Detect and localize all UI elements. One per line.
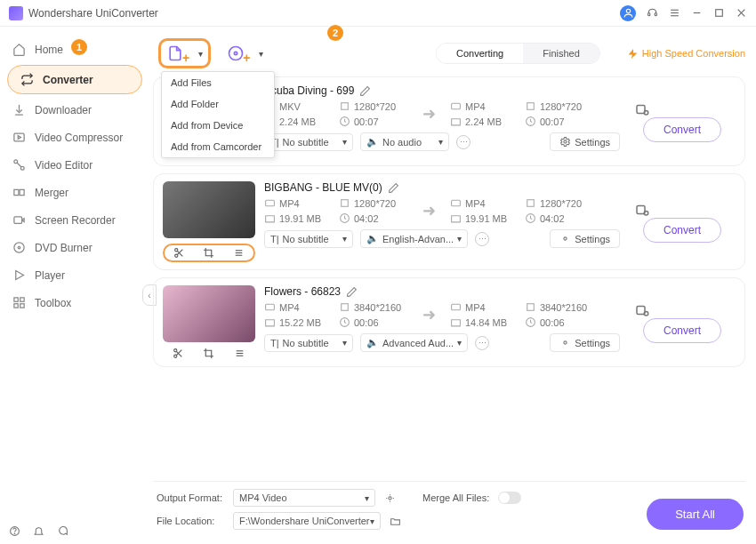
file-title: BIGBANG - BLUE MV(0) [264,181,382,194]
svg-rect-54 [266,200,275,206]
svg-marker-30 [628,49,637,59]
trim-icon[interactable] [173,247,185,259]
output-settings-icon[interactable] [384,492,396,504]
file-card: Flowers - 66823 MP43840*2160 15.22 MB00:… [153,277,745,367]
add-files-button[interactable]: + ▾ Add Files Add Folder Add from Device… [158,38,211,68]
open-folder-icon[interactable] [390,516,401,527]
dst-resolution: 1280*720 [540,101,582,112]
feedback-icon[interactable] [57,525,68,537]
sidebar-item-editor[interactable]: Video Editor [0,151,149,179]
svg-rect-73 [452,304,461,310]
sidebar: 1 Home Converter Downloader Video Compre… [0,27,149,544]
sidebar-item-label: Downloader [35,104,92,116]
notification-icon[interactable] [33,525,44,537]
sidebar-item-recorder[interactable]: Screen Recorder [0,206,149,234]
tabs: Converting Finished [436,43,600,64]
help-icon[interactable] [9,525,20,537]
step-badge-1: 1 [71,39,87,55]
arrow-icon: ➜ [417,104,441,124]
start-all-button[interactable]: Start All [647,499,744,530]
settings-button[interactable]: Settings [550,333,620,352]
svg-line-14 [17,163,21,167]
arrow-icon: ➜ [417,305,441,324]
svg-point-62 [644,211,648,215]
sidebar-item-dvd[interactable]: DVD Burner [0,234,149,261]
rename-icon[interactable] [359,85,371,97]
output-format-select[interactable]: MP4 Video▾ [233,489,375,507]
subtitle-select[interactable]: T| No subtitle▾ [264,133,353,151]
plus-icon: + [182,51,189,65]
chevron-down-icon: ▾ [259,49,263,59]
tab-finished[interactable]: Finished [523,44,599,63]
convert-button[interactable]: Convert [643,218,721,243]
tab-converting[interactable]: Converting [437,44,523,63]
support-icon[interactable] [647,7,658,19]
menu-add-files[interactable]: Add Files [162,72,274,93]
svg-rect-22 [14,298,18,301]
sidebar-item-label: Merger [35,187,68,199]
svg-point-79 [389,496,391,499]
add-dvd-button[interactable]: + ▾ [227,44,263,62]
account-icon[interactable] [620,5,636,21]
high-speed-label: High Speed Conversion [642,48,745,59]
menu-add-folder[interactable]: Add Folder [162,93,274,115]
output-settings-icon[interactable] [634,101,650,117]
minimize-button[interactable] [691,7,703,19]
menu-icon[interactable] [669,7,680,19]
dst-duration: 00:07 [540,116,565,127]
close-button[interactable] [736,7,747,19]
svg-rect-15 [14,189,19,195]
svg-point-28 [229,47,243,60]
audio-select[interactable]: 🔈 Advanced Aud...▾ [360,333,468,352]
audio-select[interactable]: 🔈 English-Advan...▾ [360,229,468,248]
subtitle-select[interactable]: T| No subtitle▾ [264,230,353,248]
merge-toggle[interactable] [498,492,521,504]
svg-rect-16 [20,189,24,195]
sidebar-item-converter[interactable]: Converter [7,65,142,94]
thumbnail[interactable] [163,285,255,342]
sidebar-item-label: Toolbox [35,297,71,309]
sidebar-item-merger[interactable]: Merger [0,179,149,206]
sidebar-item-player[interactable]: Player [0,261,149,289]
maximize-button[interactable] [713,7,725,19]
src-size: 2.24 MB [279,116,316,127]
app-title: Wondershare UniConverter [28,7,620,20]
menu-add-device[interactable]: Add from Device [162,115,274,136]
svg-marker-21 [16,271,24,280]
sidebar-item-downloader[interactable]: Downloader [0,96,149,124]
menu-add-camcorder[interactable]: Add from Camcorder [162,136,274,157]
bottom-bar: Output Format: MP4 Video▾ Merge All File… [153,481,745,539]
arrow-icon: ➜ [417,201,441,220]
file-title: Flowers - 66823 [264,285,341,298]
more-icon[interactable] [233,247,245,259]
subtitle-select[interactable]: T| No subtitle▾ [264,334,353,352]
titlebar: Wondershare UniConverter [0,0,756,27]
output-settings-icon[interactable] [634,302,650,318]
svg-rect-10 [14,133,24,141]
file-location-select[interactable]: F:\Wondershare UniConverter▾ [233,512,381,530]
output-settings-icon[interactable] [634,202,650,218]
rename-icon[interactable] [346,286,358,298]
convert-button[interactable]: Convert [643,318,721,343]
crop-icon[interactable] [203,247,214,259]
plus-icon: + [243,51,250,65]
thumbnail[interactable] [163,181,255,238]
sidebar-item-toolbox[interactable]: Toolbox [0,289,149,316]
sidebar-item-compressor[interactable]: Video Compressor [0,124,149,151]
settings-button[interactable]: Settings [550,132,620,151]
sidebar-item-label: Converter [43,74,93,86]
info-icon[interactable]: ⋯ [456,135,470,149]
audio-select[interactable]: 🔈 No audio▾ [360,132,449,151]
info-icon[interactable]: ⋯ [475,336,489,350]
settings-button[interactable]: Settings [550,229,620,248]
svg-point-19 [14,243,24,252]
svg-rect-7 [716,10,723,17]
trim-icon[interactable] [173,348,184,359]
info-icon[interactable]: ⋯ [475,232,489,246]
rename-icon[interactable] [388,182,399,194]
high-speed-toggle[interactable]: High Speed Conversion [627,48,745,60]
more-icon[interactable] [234,348,245,359]
convert-button[interactable]: Convert [643,117,721,142]
svg-rect-70 [266,304,275,310]
crop-icon[interactable] [203,348,214,359]
